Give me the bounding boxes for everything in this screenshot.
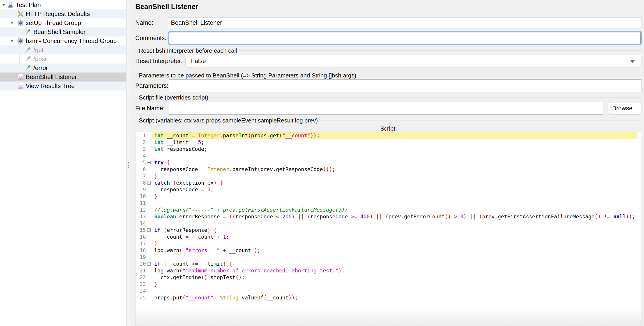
fold-column bbox=[146, 267, 152, 274]
code-text: log.warn( "errors = " + __count ); bbox=[152, 247, 636, 254]
disclosure-triangle-icon[interactable] bbox=[2, 3, 6, 7]
line-number: 19 bbox=[136, 254, 146, 261]
fold-column bbox=[146, 220, 152, 227]
code-line[interactable]: 5try { bbox=[136, 159, 642, 166]
comments-row: Comments: bbox=[135, 31, 642, 45]
file-name-input[interactable] bbox=[169, 102, 604, 115]
test-plan-tree: Test PlanHTTP Request DefaultssetUp Thre… bbox=[0, 0, 126, 326]
code-line[interactable]: 2int __limit = 5; bbox=[136, 139, 642, 146]
reset-interpreter-select[interactable]: False bbox=[185, 55, 642, 67]
code-line[interactable]: 19 bbox=[136, 254, 642, 261]
code-line[interactable]: 16 __count = __count + 1; bbox=[136, 233, 642, 240]
tree-item-post[interactable]: /post bbox=[0, 54, 126, 63]
splitter-grip-icon[interactable] bbox=[128, 161, 129, 169]
panel-splitter[interactable] bbox=[126, 0, 130, 326]
code-text bbox=[152, 153, 636, 159]
disclosure-triangle-icon[interactable] bbox=[10, 39, 14, 43]
tree-item-label: setUp Thread Group bbox=[26, 18, 81, 27]
code-line[interactable]: 11 bbox=[136, 200, 642, 206]
script-group-title: Script (variables: ctx vars props sample… bbox=[139, 117, 318, 124]
tree-item-beanshell-sampler[interactable]: BeanShell Sampler bbox=[0, 27, 126, 36]
editor-empty-area[interactable] bbox=[136, 301, 642, 326]
code-line[interactable]: 3int responseCode; bbox=[136, 146, 642, 153]
line-number: 10 bbox=[136, 193, 146, 200]
code-text: } bbox=[152, 281, 636, 288]
line-number: 25 bbox=[136, 294, 146, 301]
sampler-disabled-icon bbox=[24, 55, 32, 64]
parameters-label: Parameters: bbox=[135, 82, 169, 89]
code-line[interactable]: 17} bbox=[136, 240, 642, 247]
code-text: int __count = Integer.parseInt(props.get… bbox=[152, 132, 636, 139]
code-text: log.warn("maximum number of errors reach… bbox=[152, 267, 636, 274]
tree-item-beanshell-listener[interactable]: BeanShell Listener bbox=[0, 72, 126, 81]
code-line[interactable]: 18log.warn( "errors = " + __count ); bbox=[136, 247, 642, 254]
name-input[interactable] bbox=[168, 17, 642, 28]
fold-toggle-icon[interactable] bbox=[146, 261, 152, 267]
code-line[interactable]: 7} bbox=[136, 173, 642, 179]
test-plan-flask-icon bbox=[7, 1, 14, 10]
line-number: 21 bbox=[136, 267, 146, 274]
tree-item-setup-thread-group[interactable]: setUp Thread Group bbox=[0, 18, 126, 27]
sampler-enabled-icon bbox=[24, 64, 32, 73]
editor-scrollbar-track[interactable] bbox=[636, 132, 642, 326]
code-line[interactable]: 15if (errorResponse) { bbox=[136, 227, 642, 233]
code-line[interactable]: 10} bbox=[136, 193, 642, 200]
code-text: ctx.getEngine().stopTest(); bbox=[152, 274, 636, 281]
code-line[interactable]: 9 responseCode = 0; bbox=[136, 186, 642, 193]
tree-item-label: /get bbox=[33, 45, 44, 54]
code-line[interactable]: 23} bbox=[136, 281, 642, 288]
tree-item-label: HTTP Request Defaults bbox=[26, 9, 90, 18]
code-line[interactable]: 4 bbox=[136, 153, 642, 159]
listener-chart-icon bbox=[17, 73, 24, 81]
fold-toggle-icon[interactable] bbox=[146, 227, 152, 233]
line-number: 23 bbox=[136, 281, 146, 288]
code-line[interactable]: 25props.put("__count", String.valueOf(__… bbox=[136, 294, 642, 301]
comments-input[interactable] bbox=[169, 32, 640, 44]
reset-interpreter-value: False bbox=[191, 58, 206, 65]
fold-column bbox=[146, 240, 152, 247]
reset-interpreter-label: Reset Interpreter: bbox=[135, 58, 185, 65]
name-label: Name: bbox=[135, 19, 168, 26]
fold-column bbox=[146, 274, 152, 281]
code-text: responseCode = 0; bbox=[152, 186, 636, 193]
code-line[interactable]: 22 ctx.getEngine().stopTest(); bbox=[136, 274, 642, 281]
code-line[interactable]: 14 bbox=[136, 220, 642, 227]
chevron-down-icon bbox=[630, 60, 635, 63]
line-number: 9 bbox=[136, 186, 146, 193]
tree-item-error[interactable]: /error bbox=[0, 63, 126, 72]
tree-item-bzm-concurrency-thread-group[interactable]: bzm - Concurrency Thread Group bbox=[0, 36, 126, 45]
code-line[interactable]: 12//log.warn("------" + prev.getFirstAss… bbox=[136, 206, 642, 213]
tree-item-get[interactable]: /get bbox=[0, 45, 126, 54]
code-text bbox=[152, 200, 636, 206]
code-text: } bbox=[152, 240, 636, 247]
reset-interpreter-row: Reset Interpreter: False bbox=[135, 54, 642, 68]
code-line[interactable]: 6 responseCode = Integer.parseInt(prev.g… bbox=[136, 166, 642, 173]
sampler-enabled-icon bbox=[24, 28, 32, 37]
line-number: 5 bbox=[136, 159, 146, 166]
line-number: 16 bbox=[136, 233, 146, 240]
code-line[interactable]: 1int __count = Integer.parseInt(props.ge… bbox=[136, 132, 642, 139]
line-number: 11 bbox=[136, 200, 146, 206]
script-label: Script: bbox=[135, 125, 642, 132]
tree-item-view-results-tree[interactable]: View Results Tree bbox=[0, 81, 126, 91]
disclosure-triangle-icon[interactable] bbox=[10, 21, 14, 25]
code-line[interactable]: 21log.warn("maximum number of errors rea… bbox=[136, 267, 642, 274]
code-line[interactable]: 13boolean errorResponse = ((responseCode… bbox=[136, 213, 642, 220]
code-line[interactable]: 24 bbox=[136, 288, 642, 294]
script-editor[interactable]: 1int __count = Integer.parseInt(props.ge… bbox=[135, 132, 642, 326]
code-line[interactable]: 8catch (exception ex) { bbox=[136, 179, 642, 186]
tree-item-http-request-defaults[interactable]: HTTP Request Defaults bbox=[0, 9, 126, 18]
browse-button[interactable]: Browse... bbox=[608, 102, 642, 114]
tree-item-label: Test Plan bbox=[16, 0, 41, 9]
code-text: int __limit = 5; bbox=[152, 139, 636, 146]
line-number: 22 bbox=[136, 274, 146, 281]
fold-toggle-icon[interactable] bbox=[146, 179, 152, 186]
line-number: 20 bbox=[136, 261, 146, 267]
fold-column bbox=[146, 254, 152, 261]
http-defaults-icon bbox=[17, 10, 24, 19]
parameters-input[interactable] bbox=[169, 79, 642, 92]
tree-item-test-plan[interactable]: Test Plan bbox=[0, 0, 126, 9]
fold-toggle-icon[interactable] bbox=[146, 159, 152, 166]
line-number: 7 bbox=[136, 173, 146, 179]
code-line[interactable]: 20if (__count >= __limit) { bbox=[136, 261, 642, 267]
